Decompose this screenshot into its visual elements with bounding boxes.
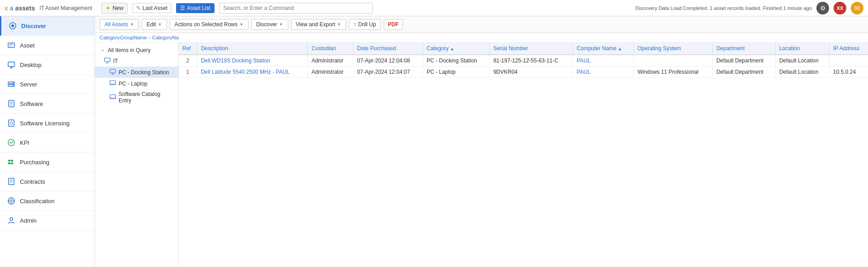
sidebar-label-contracts: Contracts <box>20 178 45 185</box>
table-row: 2Dell WD19S Docking StationAdministrator… <box>179 55 868 67</box>
tree-docking-icon <box>110 68 116 76</box>
col-date-label: Date Purchased <box>357 45 396 52</box>
table-cell: 81-197-125-12-55-63-11-C <box>490 55 573 67</box>
col-department[interactable]: Department <box>712 43 775 55</box>
sidebar-item-admin[interactable]: Admin <box>0 211 95 230</box>
svg-point-29 <box>10 218 13 220</box>
user-avatar[interactable]: XX <box>834 2 846 14</box>
sidebar-item-classification[interactable]: Classification <box>0 191 95 211</box>
sidebar-label-discover: Discover <box>21 23 46 29</box>
sidebar-item-kpi[interactable]: KPI <box>0 133 95 153</box>
mail-button[interactable]: ✉ <box>851 2 863 14</box>
svg-rect-30 <box>105 58 110 62</box>
sidebar-label-software: Software <box>20 100 43 107</box>
col-os[interactable]: Operating System <box>634 43 712 55</box>
col-ref[interactable]: Ref <box>179 43 197 55</box>
discover-icon <box>8 21 18 31</box>
edit-button[interactable]: Edit ▼ <box>142 19 167 30</box>
asset-list-button[interactable]: ☰ Asset List <box>176 3 215 13</box>
search-input[interactable] <box>219 3 373 14</box>
tree-item-all[interactable]: → All Items in Query <box>95 45 178 55</box>
category-sort-icon: ▲ <box>450 47 454 51</box>
sidebar-item-desktop[interactable]: Desktop <box>0 55 95 75</box>
table-cell: 07-Apr-2024 12:04:07 <box>353 67 423 78</box>
table-cell[interactable]: PAUL <box>573 55 634 67</box>
table-cell[interactable]: Dell WD19S Docking Station <box>197 55 307 67</box>
breadcrumb-part1[interactable]: CategoryGroupName <box>100 35 147 40</box>
table-cell[interactable]: Dell Latitude 5540 2500 MHz - PAUL <box>197 67 307 78</box>
kpi-icon <box>6 138 16 148</box>
discover-label: Discover <box>256 21 277 28</box>
discover-button[interactable]: Discover ▼ <box>251 19 288 30</box>
brand-assets: assets <box>15 5 35 12</box>
table-cell: 07-Apr-2024 12:04:08 <box>353 55 423 67</box>
pdf-button[interactable]: PDF <box>384 19 403 30</box>
new-icon: ✦ <box>105 5 111 12</box>
sidebar-item-asset[interactable]: Asset <box>0 36 95 55</box>
status-text: Discovery Data Load Completed. 1 asset r… <box>635 5 812 11</box>
col-computer-name[interactable]: Computer Name▲ <box>573 43 634 55</box>
actions-button[interactable]: Actions on Selected Rows ▼ <box>170 19 248 30</box>
table-cell: Administrator <box>308 55 353 67</box>
table-cell: PC - Laptop <box>423 67 489 78</box>
col-department-label: Department <box>716 45 745 52</box>
app-title: IT Asset Management <box>39 5 92 11</box>
table-cell: 10.5.0.24 <box>830 67 868 78</box>
toolbar: All Assets ▼ Edit ▼ Actions on Selected … <box>95 16 868 33</box>
tree-item-laptop[interactable]: PC - Laptop <box>95 78 178 89</box>
settings-button[interactable]: ⚙ <box>816 2 829 14</box>
svg-rect-19 <box>8 160 10 162</box>
table-cell: 9DVKR04 <box>490 67 573 78</box>
col-location[interactable]: Location <box>775 43 829 55</box>
table-cell: 2 <box>179 55 197 67</box>
last-asset-icon: ✎ <box>136 5 141 11</box>
tree-item-software-catalog[interactable]: Software Catalog Entry <box>95 89 178 105</box>
tree-arrow-icon: → <box>100 47 105 53</box>
sidebar-item-discover[interactable]: Discover <box>0 16 95 36</box>
sidebar-label-desktop: Desktop <box>20 62 42 68</box>
actions-chevron-icon: ▼ <box>239 22 243 27</box>
new-button[interactable]: ✦ New <box>101 3 128 14</box>
breadcrumb-part2[interactable]: CategoryNa <box>152 35 179 40</box>
tree-laptop-icon <box>110 80 116 87</box>
drill-up-button[interactable]: ↑ Drill Up <box>349 19 381 30</box>
view-export-label: View and Export <box>296 21 335 28</box>
col-category[interactable]: Category▲ <box>423 43 489 55</box>
table-cell <box>830 55 868 67</box>
col-serial-number[interactable]: Serial Number <box>490 43 573 55</box>
sidebar-item-contracts[interactable]: Contracts <box>0 172 95 191</box>
col-date-purchased[interactable]: Date Purchased <box>353 43 423 55</box>
all-assets-button[interactable]: All Assets ▼ <box>100 19 139 30</box>
brand-a: a <box>10 5 14 12</box>
tree-item-it[interactable]: IT <box>95 55 178 67</box>
brand-x: x <box>5 5 8 12</box>
svg-rect-16 <box>9 120 14 126</box>
col-description[interactable]: Description <box>197 43 307 55</box>
table-cell <box>634 55 712 67</box>
actions-label: Actions on Selected Rows <box>175 21 238 28</box>
tree-label-laptop: PC - Laptop <box>119 81 148 87</box>
last-asset-button[interactable]: ✎ Last Asset <box>132 3 172 13</box>
sidebar-label-purchasing: Purchasing <box>20 159 49 166</box>
col-ip[interactable]: IP Address <box>830 43 868 55</box>
sidebar-item-software-licensing[interactable]: Software Licensing <box>0 114 95 133</box>
view-export-button[interactable]: View and Export ▼ <box>291 19 346 30</box>
col-location-label: Location <box>779 45 800 52</box>
tree-item-docking-station[interactable]: PC - Docking Station <box>95 67 178 78</box>
header-right: Discovery Data Load Completed. 1 asset r… <box>635 2 863 14</box>
col-custodian[interactable]: Custodian <box>308 43 353 55</box>
content-area: All Assets ▼ Edit ▼ Actions on Selected … <box>95 16 868 267</box>
table-cell[interactable]: PAUL <box>573 67 634 78</box>
sidebar-item-purchasing[interactable]: Purchasing <box>0 153 95 172</box>
svg-point-11 <box>13 85 14 86</box>
table-cell: Default Department <box>712 67 775 78</box>
sidebar-item-server[interactable]: Server <box>0 75 95 94</box>
col-serial-label: Serial Number <box>493 45 528 52</box>
tree-it-icon <box>104 57 110 65</box>
tree-panel: → All Items in Query IT PC - Docking Sta… <box>95 43 179 267</box>
sidebar-item-software[interactable]: Software <box>0 94 95 114</box>
svg-rect-38 <box>110 95 115 98</box>
table-header-row: Ref Description Custodian Date Purchased… <box>179 43 868 55</box>
new-label: New <box>113 5 124 11</box>
sidebar-label-admin: Admin <box>20 217 37 224</box>
